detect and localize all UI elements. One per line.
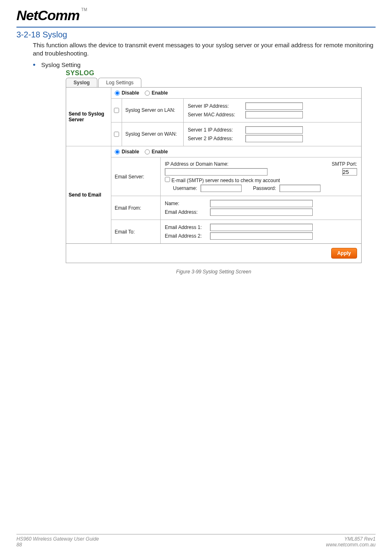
input-server-ip[interactable]	[245, 102, 303, 110]
group-syslog-server: Send to Syslog Server Disable Enable Sys…	[66, 88, 361, 146]
tab-bar: Syslog Log Settings	[66, 78, 362, 87]
row-syslog-wan: Syslog Server on WAN: Server 1 IP Addres…	[111, 123, 361, 146]
radio-enable-syslog[interactable]: Enable	[145, 90, 168, 96]
row-email-to: Email To: Email Address 1: Email Address…	[111, 220, 361, 243]
label-email-from: Email From:	[111, 196, 161, 220]
bullet-label: Syslog Setting	[41, 61, 81, 68]
label-server-ip: Server IP Address:	[188, 103, 245, 109]
radio-row-email: Disable Enable	[111, 146, 361, 157]
figure-caption: Figure 3-99 Syslog Setting Screen	[66, 269, 362, 275]
input-username[interactable]	[201, 185, 242, 192]
section-number: 3-2-18	[16, 30, 40, 39]
label-email-to: Email To:	[111, 220, 161, 243]
intro-text: This function allows the device to trans…	[33, 41, 376, 58]
radio-enable-syslog-input[interactable]	[145, 90, 150, 95]
header-divider	[16, 27, 376, 28]
label-username: Username:	[173, 185, 197, 191]
row-email-server: Email Server: IP Address or Domain Name:…	[111, 157, 361, 196]
label-email-server: Email Server:	[111, 157, 161, 196]
radio-row-syslog: Disable Enable	[111, 88, 361, 99]
check-smtp-auth[interactable]	[165, 177, 170, 182]
radio-disable-syslog[interactable]: Disable	[115, 90, 139, 96]
label-server-mac: Server MAC Address:	[188, 112, 245, 118]
check-syslog-wan[interactable]	[114, 132, 119, 136]
apply-button[interactable]: Apply	[331, 248, 357, 259]
input-smtp-port[interactable]	[342, 168, 357, 176]
input-from-name[interactable]	[210, 200, 313, 207]
logo-tm: TM	[81, 7, 87, 12]
side-label-email: Send to Email	[66, 146, 111, 243]
label-ip-domain: IP Address or Domain Name:	[165, 161, 228, 167]
bullet-icon: •	[33, 61, 35, 69]
panel-heading: SYSLOG	[66, 69, 362, 77]
label-syslog-wan: Syslog Server on WAN:	[122, 123, 184, 146]
radio-disable-syslog-input[interactable]	[115, 90, 120, 95]
label-to-address1: Email Address 1:	[165, 224, 210, 230]
label-from-address: Email Address:	[165, 209, 210, 215]
tab-syslog[interactable]: Syslog	[66, 78, 97, 87]
group-send-email: Send to Email Disable Enable Email Serve…	[66, 146, 361, 243]
label-password: Password:	[253, 185, 276, 191]
footer-page-number: 88	[16, 542, 99, 548]
section-heading: 3-2-18 Syslog	[16, 30, 376, 39]
footer-url: www.netcomm.com.au	[326, 542, 376, 548]
row-syslog-lan: Syslog Server on LAN: Server IP Address:…	[111, 99, 361, 123]
input-to-address2[interactable]	[210, 232, 313, 240]
tab-log-settings[interactable]: Log Settings	[98, 78, 141, 87]
check-smtp-auth-label[interactable]: E-mail (SMTP) server needs to check my a…	[165, 177, 280, 183]
input-server-mac[interactable]	[245, 111, 303, 118]
label-from-name: Name:	[165, 201, 210, 206]
syslog-panel: Send to Syslog Server Disable Enable Sys…	[66, 87, 362, 244]
input-password[interactable]	[279, 185, 321, 192]
label-to-address2: Email Address 2:	[165, 233, 210, 239]
radio-disable-email-input[interactable]	[115, 149, 120, 154]
radio-enable-email[interactable]: Enable	[145, 149, 168, 155]
footer-revision: YML857 Rev1	[326, 536, 376, 542]
label-server1-ip: Server 1 IP Address:	[188, 127, 245, 133]
side-label-syslog: Send to Syslog Server	[66, 88, 111, 146]
input-server1-ip[interactable]	[245, 126, 303, 134]
input-from-address[interactable]	[210, 208, 313, 216]
section-name: Syslog	[42, 30, 67, 39]
footer-guide-title: HS960 Wireless Gateway User Guide	[16, 536, 99, 542]
brand-logo: NetCommTM	[16, 7, 376, 23]
apply-row: Apply	[66, 244, 362, 263]
row-email-from: Email From: Name: Email Address:	[111, 196, 361, 220]
page-footer: HS960 Wireless Gateway User Guide 88 YML…	[16, 534, 376, 548]
radio-enable-email-input[interactable]	[145, 149, 150, 154]
logo-text: NetComm	[16, 7, 80, 23]
label-syslog-lan: Syslog Server on LAN:	[122, 99, 184, 122]
check-syslog-lan[interactable]	[114, 108, 119, 113]
label-smtp-port: SMTP Port:	[332, 161, 357, 167]
radio-disable-email[interactable]: Disable	[115, 149, 139, 155]
input-server2-ip[interactable]	[245, 135, 303, 142]
input-to-address1[interactable]	[210, 224, 313, 231]
label-server2-ip: Server 2 IP Address:	[188, 136, 245, 141]
input-ip-domain[interactable]	[165, 168, 267, 176]
bullet-item: • Syslog Setting	[33, 61, 376, 69]
